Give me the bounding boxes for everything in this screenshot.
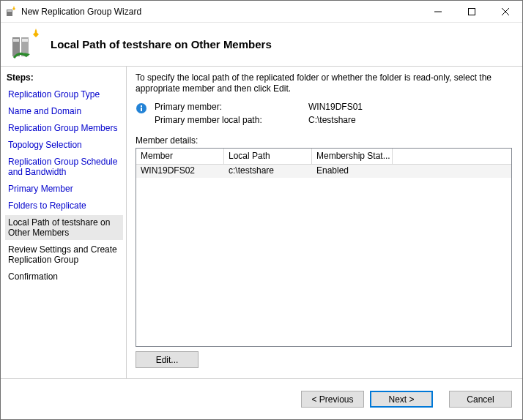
- step-item[interactable]: Folders to Replicate: [5, 198, 123, 213]
- svg-rect-1: [7, 10, 12, 12]
- window-maximize-button[interactable]: [455, 1, 489, 23]
- page-title: Local Path of testshare on Other Members: [51, 38, 272, 50]
- svg-rect-17: [141, 105, 142, 107]
- table-row[interactable]: WIN19DFS02c:\testshareEnabled: [136, 165, 511, 178]
- grid-header: Member Local Path Membership Stat...: [136, 149, 511, 165]
- primary-member-label: Primary member:: [155, 102, 308, 112]
- cell-status: Enabled: [312, 165, 393, 178]
- edit-button[interactable]: Edit...: [136, 351, 199, 368]
- svg-rect-11: [22, 39, 28, 42]
- primary-path-value: C:\testshare: [308, 115, 512, 125]
- primary-path-row: Primary member local path: C:\testshare: [155, 115, 512, 125]
- svg-rect-9: [13, 39, 19, 42]
- col-status[interactable]: Membership Stat...: [312, 149, 393, 165]
- titlebar: New Replication Group Wizard: [1, 1, 522, 23]
- footer: < Previous Next > Cancel: [1, 378, 522, 419]
- step-item: Review Settings and Create Replication G…: [5, 242, 123, 267]
- steps-sidebar: Steps: Replication Group TypeName and Do…: [1, 67, 127, 378]
- primary-member-value: WIN19DFS01: [308, 102, 512, 112]
- instruction-text: To specify the local path of the replica…: [136, 72, 512, 94]
- col-member[interactable]: Member: [136, 149, 224, 165]
- wizard-app-icon: [5, 6, 17, 18]
- col-local-path[interactable]: Local Path: [224, 149, 312, 165]
- step-item[interactable]: Replication Group Schedule and Bandwidth: [5, 154, 123, 179]
- cancel-button[interactable]: Cancel: [449, 391, 512, 408]
- step-item[interactable]: Topology Selection: [5, 138, 123, 152]
- primary-path-label: Primary member local path:: [155, 115, 308, 125]
- window-title: New Replication Group Wizard: [21, 7, 141, 17]
- next-button[interactable]: Next >: [370, 391, 433, 408]
- col-spacer: [393, 149, 511, 165]
- step-item[interactable]: Replication Group Members: [5, 121, 123, 135]
- step-item[interactable]: Name and Domain: [5, 104, 123, 119]
- member-details-label: Member details:: [136, 135, 512, 146]
- previous-button[interactable]: < Previous: [301, 391, 364, 408]
- wizard-large-icon: [10, 29, 42, 61]
- main-panel: To specify the local path of the replica…: [127, 67, 522, 378]
- body: Steps: Replication Group TypeName and Do…: [1, 67, 522, 378]
- step-item[interactable]: Primary Member: [5, 181, 123, 196]
- primary-info-block: Primary member: WIN19DFS01 Primary membe…: [136, 102, 512, 128]
- header-band: Local Path of testshare on Other Members: [1, 23, 522, 67]
- step-item[interactable]: Replication Group Type: [5, 87, 123, 102]
- step-item[interactable]: Local Path of testshare on Other Members: [5, 215, 123, 240]
- wizard-window: New Replication Group Wizard Local Pa: [0, 0, 523, 420]
- cell-local-path: c:\testshare: [224, 165, 312, 178]
- member-details-grid[interactable]: Member Local Path Membership Stat... WIN…: [136, 148, 512, 347]
- svg-rect-16: [141, 108, 142, 111]
- svg-rect-5: [469, 8, 475, 15]
- cell-spacer: [393, 165, 511, 178]
- primary-member-row: Primary member: WIN19DFS01: [155, 102, 512, 112]
- window-close-button[interactable]: [489, 1, 522, 23]
- steps-header: Steps:: [7, 72, 122, 83]
- step-item: Confirmation: [5, 269, 123, 284]
- window-minimize-button[interactable]: [421, 1, 455, 23]
- cell-member: WIN19DFS02: [136, 165, 224, 178]
- info-icon: [136, 102, 147, 114]
